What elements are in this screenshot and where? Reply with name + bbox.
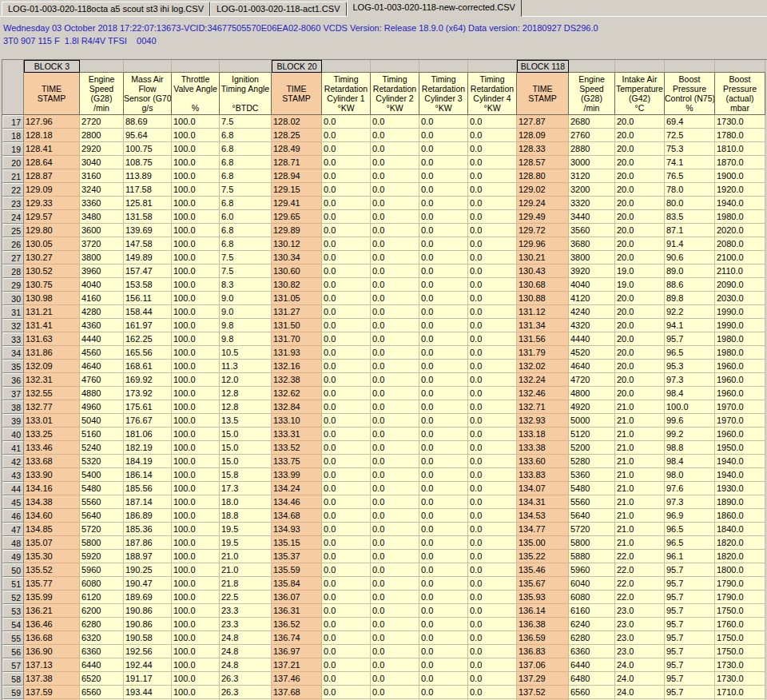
log-cell[interactable]: 0.0 bbox=[371, 360, 419, 373]
log-cell[interactable]: 3440 bbox=[569, 210, 615, 224]
log-cell[interactable]: 136.83 bbox=[517, 645, 569, 658]
log-row[interactable]: 17127.96272088.69100.07.5128.020.00.00.0… bbox=[2, 115, 765, 129]
log-cell[interactable]: 100.0 bbox=[172, 373, 220, 387]
log-cell[interactable]: 136.38 bbox=[517, 618, 569, 631]
log-cell[interactable]: 95.7 bbox=[665, 672, 715, 686]
log-cell[interactable]: 0.0 bbox=[371, 495, 419, 509]
log-cell[interactable]: 100.0 bbox=[172, 563, 220, 577]
log-cell[interactable]: 135.00 bbox=[517, 536, 569, 550]
log-cell[interactable]: 95.7 bbox=[665, 577, 715, 591]
log-cell[interactable]: 2030.0 bbox=[715, 292, 765, 305]
log-cell[interactable]: 0.0 bbox=[322, 468, 371, 482]
row-number[interactable]: 24 bbox=[2, 210, 24, 224]
log-cell[interactable]: 0.0 bbox=[371, 197, 419, 210]
log-cell[interactable]: 131.50 bbox=[272, 319, 322, 332]
log-cell[interactable]: 24.8 bbox=[220, 658, 272, 672]
log-cell[interactable]: 22.0 bbox=[615, 563, 665, 577]
log-cell[interactable]: 26.3 bbox=[220, 672, 272, 686]
log-cell[interactable]: 130.60 bbox=[272, 264, 322, 278]
log-row[interactable]: 20128.643040108.75100.06.8128.710.00.00.… bbox=[2, 156, 765, 169]
log-cell[interactable]: 3960 bbox=[80, 264, 124, 278]
row-number[interactable]: 39 bbox=[2, 414, 24, 428]
log-cell[interactable]: 0.0 bbox=[322, 591, 371, 604]
log-cell[interactable]: 17.3 bbox=[220, 482, 272, 495]
log-cell[interactable]: 100.0 bbox=[172, 319, 220, 332]
column-header[interactable]: BoostPressure(actual)mbar bbox=[715, 73, 765, 115]
log-cell[interactable]: 190.47 bbox=[124, 577, 172, 591]
log-cell[interactable]: 100.0 bbox=[172, 156, 220, 169]
log-cell[interactable]: 5320 bbox=[80, 455, 124, 468]
log-cell[interactable]: 137.06 bbox=[517, 658, 569, 672]
log-cell[interactable]: 23.0 bbox=[615, 631, 665, 645]
log-cell[interactable]: 182.19 bbox=[124, 441, 172, 455]
log-cell[interactable]: 5560 bbox=[80, 495, 124, 509]
log-row[interactable]: 31131.214280158.44100.09.0131.270.00.00.… bbox=[2, 305, 765, 319]
log-cell[interactable]: 0.0 bbox=[468, 346, 517, 360]
log-cell[interactable]: 0.0 bbox=[322, 686, 371, 699]
log-cell[interactable]: 0.0 bbox=[371, 387, 419, 400]
log-cell[interactable]: 21.0 bbox=[615, 400, 665, 414]
log-cell[interactable]: 18.8 bbox=[220, 509, 272, 523]
log-cell[interactable]: 100.0 bbox=[172, 631, 220, 645]
log-cell[interactable]: 88.69 bbox=[124, 115, 172, 129]
log-cell[interactable]: 0.0 bbox=[419, 169, 468, 183]
log-cell[interactable]: 6560 bbox=[80, 686, 124, 699]
log-cell[interactable]: 4880 bbox=[80, 387, 124, 400]
log-cell[interactable]: 6040 bbox=[569, 577, 615, 591]
log-cell[interactable]: 0.0 bbox=[419, 115, 468, 129]
log-cell[interactable]: 2080.0 bbox=[715, 237, 765, 251]
log-cell[interactable]: 193.44 bbox=[124, 686, 172, 699]
log-cell[interactable]: 128.25 bbox=[272, 129, 322, 142]
log-cell[interactable]: 134.53 bbox=[517, 509, 569, 523]
log-cell[interactable]: 0.0 bbox=[419, 658, 468, 672]
column-header[interactable]: TIMESTAMP bbox=[24, 73, 80, 115]
log-cell[interactable]: 132.55 bbox=[24, 387, 80, 400]
log-cell[interactable]: 100.0 bbox=[172, 251, 220, 264]
log-cell[interactable]: 192.56 bbox=[124, 645, 172, 658]
log-cell[interactable]: 1970.0 bbox=[715, 414, 765, 428]
log-cell[interactable]: 3480 bbox=[80, 210, 124, 224]
log-cell[interactable]: 4800 bbox=[569, 387, 615, 400]
log-cell[interactable]: 8.3 bbox=[220, 278, 272, 292]
log-cell[interactable]: 20.0 bbox=[615, 169, 665, 183]
log-row[interactable]: 51135.776080190.47100.021.8135.840.00.00… bbox=[2, 577, 765, 591]
row-number[interactable]: 58 bbox=[2, 672, 24, 686]
log-cell[interactable]: 130.12 bbox=[272, 237, 322, 251]
row-number[interactable]: 21 bbox=[2, 169, 24, 183]
log-row[interactable]: 30130.984160156.11100.09.0131.050.00.00.… bbox=[2, 292, 765, 305]
log-cell[interactable]: 5400 bbox=[80, 468, 124, 482]
log-cell[interactable]: 20.0 bbox=[615, 183, 665, 197]
log-cell[interactable]: 0.0 bbox=[322, 604, 371, 618]
log-cell[interactable]: 133.46 bbox=[24, 441, 80, 455]
log-cell[interactable]: 4520 bbox=[569, 346, 615, 360]
log-cell[interactable]: 136.21 bbox=[24, 604, 80, 618]
log-cell[interactable]: 137.13 bbox=[24, 658, 80, 672]
log-cell[interactable]: 23.0 bbox=[615, 604, 665, 618]
log-cell[interactable]: 100.0 bbox=[172, 183, 220, 197]
row-number[interactable]: 55 bbox=[2, 631, 24, 645]
log-cell[interactable]: 1900.0 bbox=[715, 169, 765, 183]
log-cell[interactable]: 5360 bbox=[569, 468, 615, 482]
log-cell[interactable]: 95.64 bbox=[124, 129, 172, 142]
log-cell[interactable]: 2090.0 bbox=[715, 278, 765, 292]
log-cell[interactable]: 100.0 bbox=[172, 591, 220, 604]
log-cell[interactable]: 21.8 bbox=[220, 577, 272, 591]
log-cell[interactable]: 100.75 bbox=[124, 142, 172, 156]
log-cell[interactable]: 2020.0 bbox=[715, 224, 765, 237]
log-cell[interactable]: 3800 bbox=[569, 251, 615, 264]
log-cell[interactable]: 69.4 bbox=[665, 115, 715, 129]
log-cell[interactable]: 129.65 bbox=[272, 210, 322, 224]
log-cell[interactable]: 0.0 bbox=[419, 645, 468, 658]
log-cell[interactable]: 132.46 bbox=[517, 387, 569, 400]
log-cell[interactable]: 133.52 bbox=[272, 441, 322, 455]
log-cell[interactable]: 135.52 bbox=[24, 563, 80, 577]
log-cell[interactable]: 188.97 bbox=[124, 550, 172, 563]
log-cell[interactable]: 108.75 bbox=[124, 156, 172, 169]
log-cell[interactable]: 135.59 bbox=[272, 563, 322, 577]
log-cell[interactable]: 4720 bbox=[569, 373, 615, 387]
log-cell[interactable]: 4440 bbox=[569, 332, 615, 346]
log-cell[interactable]: 19.5 bbox=[220, 523, 272, 536]
row-number[interactable]: 53 bbox=[2, 604, 24, 618]
log-cell[interactable]: 5960 bbox=[569, 563, 615, 577]
log-cell[interactable]: 4040 bbox=[80, 278, 124, 292]
